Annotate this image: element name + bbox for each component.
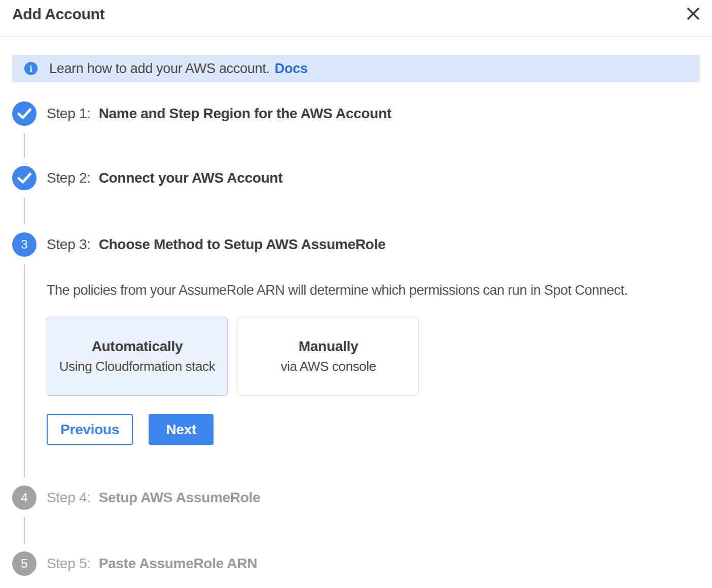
add-account-modal: Add Account i Learn how to add your AWS …	[0, 0, 712, 588]
close-button[interactable]	[683, 3, 704, 24]
step-title: Choose Method to Setup AWS AssumeRole	[99, 236, 386, 253]
step-connector	[24, 198, 25, 224]
step-title: Setup AWS AssumeRole	[99, 490, 261, 506]
step-2-header: Step 2: Connect your AWS Account	[47, 166, 282, 190]
next-button[interactable]: Next	[149, 414, 213, 445]
step-connector	[24, 133, 25, 158]
info-banner: i Learn how to add your AWS account. Doc…	[12, 55, 700, 82]
setup-method-options: Automatically Using Cloudformation stack…	[47, 317, 419, 396]
step-label: Step 5:	[47, 556, 91, 572]
step-1-header: Step 1: Name and Step Region for the AWS…	[47, 101, 391, 126]
step-label: Step 4:	[47, 490, 91, 506]
step-label: Step 3:	[47, 236, 91, 253]
step-number: 5	[21, 558, 27, 570]
option-title: Automatically	[92, 338, 183, 355]
step-5-header: Step 5: Paste AssumeRole ARN	[47, 551, 257, 576]
step-3-description: The policies from your AssumeRole ARN wi…	[47, 282, 628, 298]
step-title: Name and Step Region for the AWS Account	[99, 106, 391, 122]
step-title: Connect your AWS Account	[99, 170, 283, 186]
step-3-actions: Previous Next	[47, 414, 213, 445]
option-automatically[interactable]: Automatically Using Cloudformation stack	[47, 317, 228, 396]
option-subtitle: via AWS console	[280, 359, 376, 374]
docs-link[interactable]: Docs	[275, 61, 308, 77]
step-label: Step 2:	[47, 170, 91, 186]
step-5-indicator: 5	[12, 551, 37, 576]
option-subtitle: Using Cloudformation stack	[59, 359, 216, 374]
banner-text: Learn how to add your AWS account.	[49, 61, 270, 77]
close-icon	[687, 7, 700, 20]
step-number: 3	[21, 238, 27, 251]
option-title: Manually	[299, 338, 358, 355]
option-manually[interactable]: Manually via AWS console	[238, 317, 419, 396]
step-connector	[24, 264, 25, 477]
previous-button[interactable]: Previous	[47, 414, 133, 445]
info-icon: i	[24, 62, 38, 75]
step-4-indicator: 4	[12, 486, 37, 510]
step-number: 4	[21, 492, 27, 504]
step-1-indicator	[12, 101, 37, 126]
step-3-indicator: 3	[12, 232, 37, 257]
step-label: Step 1:	[47, 106, 91, 122]
check-icon	[12, 166, 37, 190]
step-connector	[24, 517, 25, 544]
step-3-header: Step 3: Choose Method to Setup AWS Assum…	[47, 232, 385, 257]
step-title: Paste AssumeRole ARN	[99, 556, 257, 572]
step-4-header: Step 4: Setup AWS AssumeRole	[47, 486, 260, 510]
modal-header: Add Account	[0, 0, 712, 37]
check-icon	[12, 101, 37, 126]
modal-title: Add Account	[12, 3, 104, 25]
step-2-indicator	[12, 166, 37, 190]
